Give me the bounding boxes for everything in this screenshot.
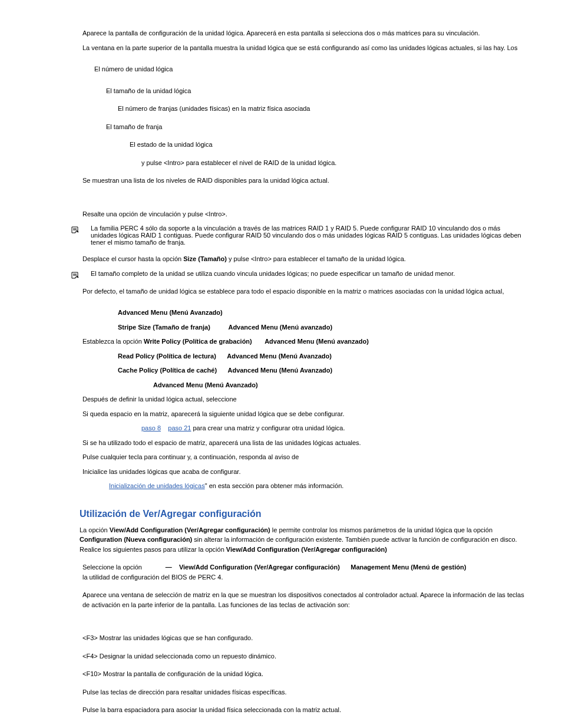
paragraph: Se muestran una lista de los niveles de … [82, 176, 527, 186]
paragraph: Pulse cualquier tecla para continuar y, … [82, 452, 527, 462]
note: La familia PERC 4 sólo da soporte a la v… [82, 225, 527, 246]
paragraph: Desplace el cursor hasta la opción Size … [82, 254, 527, 264]
hotkey-line: <F10> Mostrar la pantalla de configuraci… [82, 669, 527, 679]
list-item: y pulse <Intro> para establecer el nivel… [141, 158, 527, 168]
hotkey-line: Pulse las teclas de dirección para resal… [82, 687, 527, 697]
list-item: El tamaño de franja [106, 122, 527, 132]
list-item: El estado de la unidad lógica [130, 140, 527, 150]
note: El tamaño completo de la unidad se utili… [82, 270, 527, 281]
menu-line: Advanced Menu (Menú Avanzado) [118, 308, 527, 318]
hotkey-line: <F4> Designar la unidad seleccionada com… [82, 651, 527, 661]
section-heading: Utilización de Ver/Agregar configuración [80, 509, 527, 519]
link-paso-21[interactable]: paso 21 [168, 424, 191, 431]
step-line: Seleccione la opción — View/Add Configur… [82, 562, 527, 582]
paragraph: Aparece una ventana de selección de matr… [82, 590, 527, 610]
paragraph: Después de definir la unidad lógica actu… [82, 394, 527, 404]
link-inicializacion[interactable]: Inicialización de unidades lógicas [109, 482, 205, 489]
paragraph: Inicialización de unidades lógicas" en e… [109, 481, 527, 491]
menu-line: Establezca la opción Write Policy (Polít… [82, 337, 527, 347]
menu-line: Read Policy (Política de lectura) Advanc… [118, 351, 527, 361]
note-icon [71, 271, 79, 281]
paragraph: Resalte una opción de vinculación y puls… [82, 209, 527, 219]
list-item: El número de unidad lógica [94, 64, 527, 74]
menu-line: Advanced Menu (Menú Avanzado) [153, 380, 527, 390]
intro-paragraph: La opción View/Add Configuration (Ver/Ag… [80, 525, 527, 555]
note-text: El tamaño completo de la unidad se utili… [91, 270, 455, 277]
paragraph: paso 8 paso 21 para crear una matriz y c… [141, 423, 527, 433]
note-icon [71, 226, 79, 235]
menu-line: Stripe Size (Tamaño de franja) Advanced … [118, 322, 527, 332]
hotkey-line: Pulse la barra espaciadora para asociar … [82, 705, 527, 715]
paragraph: Por defecto, el tamaño de unidad lógica … [82, 286, 527, 297]
hotkey-line: <F3> Mostrar las unidades lógicas que se… [82, 633, 527, 643]
paragraph: Inicialice las unidades lógicas que acab… [82, 467, 527, 477]
note-text: La familia PERC 4 sólo da soporte a la v… [91, 225, 527, 246]
paragraph: Si se ha utilizado todo el espacio de ma… [82, 438, 527, 448]
list-item: El número de franjas (unidades físicas) … [118, 104, 527, 114]
list-item: El tamaño de la unidad lógica [106, 86, 527, 96]
paragraph: Si queda espacio en la matriz, aparecerá… [82, 409, 527, 419]
link-paso-8[interactable]: paso 8 [141, 424, 161, 431]
paragraph: La ventana en la parte superior de la pa… [82, 43, 527, 53]
menu-line: Cache Policy (Política de caché) Advance… [118, 365, 527, 375]
paragraph: Aparece la pantalla de configuración de … [82, 28, 527, 38]
